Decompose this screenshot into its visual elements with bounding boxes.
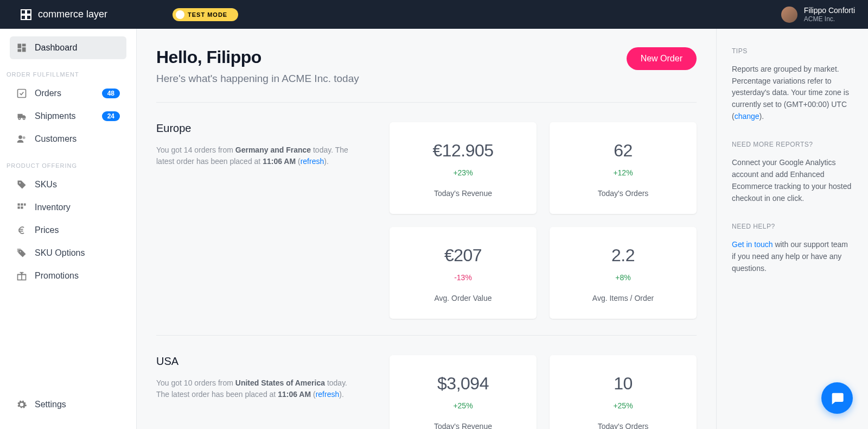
- sidebar-item-customers[interactable]: Customers: [10, 128, 126, 150]
- brand-logo[interactable]: commerce layer: [20, 8, 107, 21]
- svg-rect-7: [18, 49, 22, 52]
- svg-point-10: [23, 118, 25, 119]
- stat-card-items: 2.2 +8% Avg. Items / Order: [550, 227, 697, 319]
- stat-change: -13%: [400, 273, 526, 282]
- user-name: Filippo Conforti: [804, 6, 855, 15]
- stat-value: 62: [560, 141, 686, 161]
- sidebar-item-shipments[interactable]: Shipments 24: [10, 105, 126, 128]
- euro-icon: [16, 225, 27, 236]
- avatar: [781, 7, 797, 23]
- main-content: Hello, Filippo Here's what's happening i…: [137, 29, 716, 429]
- sidebar-item-label: Promotions: [35, 271, 120, 281]
- sidebar-item-label: SKU Options: [35, 248, 120, 258]
- sidebar-item-sku-options[interactable]: SKU Options: [10, 242, 126, 264]
- stat-card-revenue: €12.905 +23% Today's Revenue: [390, 122, 537, 214]
- svg-rect-0: [21, 10, 25, 14]
- sidebar-item-promotions[interactable]: Promotions: [10, 264, 126, 287]
- svg-rect-17: [18, 206, 20, 209]
- market-description: You got 14 orders from Germany and Franc…: [156, 144, 357, 167]
- svg-rect-2: [21, 15, 25, 20]
- sidebar-item-prices[interactable]: Prices: [10, 219, 126, 242]
- stat-label: Today's Orders: [560, 422, 686, 429]
- reports-heading: NEED MORE REPORTS?: [732, 141, 853, 148]
- orders-icon: [16, 88, 27, 99]
- svg-rect-8: [18, 90, 26, 98]
- new-order-button[interactable]: New Order: [627, 47, 697, 70]
- refresh-link[interactable]: refresh: [301, 157, 324, 166]
- customers-icon: [16, 134, 27, 144]
- svg-point-13: [19, 182, 21, 184]
- sidebar-item-inventory[interactable]: Inventory: [10, 196, 126, 219]
- svg-point-19: [20, 251, 21, 253]
- market-description: You got 10 orders from United States of …: [156, 377, 357, 400]
- logo-icon: [20, 8, 33, 21]
- orders-badge: 48: [102, 89, 120, 98]
- stat-card-revenue: $3,094 +25% Today's Revenue: [390, 355, 537, 429]
- user-menu[interactable]: Filippo Conforti ACME Inc.: [781, 6, 855, 23]
- svg-rect-1: [27, 10, 31, 14]
- stat-card-aov: €207 -13% Avg. Order Value: [390, 227, 537, 319]
- svg-rect-5: [22, 44, 26, 47]
- stat-change: +8%: [560, 273, 686, 282]
- stat-label: Today's Orders: [560, 189, 686, 198]
- shipments-icon: [16, 111, 27, 122]
- stat-card-orders: 62 +12% Today's Orders: [550, 122, 697, 214]
- sidebar-item-dashboard[interactable]: Dashboard: [10, 36, 126, 59]
- help-heading: NEED HELP?: [732, 223, 853, 230]
- user-org: ACME Inc.: [804, 15, 855, 23]
- sidebar-item-label: Prices: [35, 225, 120, 235]
- svg-rect-14: [18, 204, 20, 206]
- sidebar-item-label: Customers: [35, 134, 120, 144]
- page-title: Hello, Filippo: [156, 47, 359, 67]
- brand-name: commerce layer: [38, 9, 107, 20]
- tips-text: Reports are grouped by market. Percentag…: [732, 64, 853, 122]
- change-tz-link[interactable]: change: [735, 112, 760, 121]
- sidebar-item-orders[interactable]: Orders 48: [10, 82, 126, 105]
- shipments-badge: 24: [102, 111, 120, 121]
- get-in-touch-link[interactable]: Get in touch: [732, 240, 773, 249]
- topbar: commerce layer TEST MODE Filippo Confort…: [0, 0, 868, 29]
- stat-value: €12.905: [400, 141, 526, 161]
- tag-icon: [16, 179, 27, 190]
- sidebar-item-label: Inventory: [35, 203, 120, 212]
- svg-point-12: [23, 136, 25, 139]
- svg-rect-16: [24, 204, 25, 206]
- inventory-icon: [16, 202, 27, 213]
- page-subtitle: Here's what's happening in ACME Inc. tod…: [156, 73, 359, 85]
- sidebar-item-settings[interactable]: Settings: [10, 393, 126, 416]
- market-name: USA: [156, 355, 357, 368]
- stat-change: +23%: [400, 168, 526, 177]
- reports-text: Connect your Google Analytics account an…: [732, 157, 853, 204]
- stat-change: +25%: [560, 401, 686, 410]
- sidebar-item-label: Dashboard: [35, 43, 120, 53]
- test-mode-badge[interactable]: TEST MODE: [173, 8, 238, 21]
- help-text: Get in touch with our support team if yo…: [732, 239, 853, 274]
- tips-panel: TIPS Reports are grouped by market. Perc…: [716, 29, 868, 429]
- tips-heading: TIPS: [732, 47, 853, 55]
- svg-rect-6: [22, 47, 26, 52]
- sidebar-section-product: PRODUCT OFFERING: [0, 150, 136, 173]
- stat-value: 10: [560, 374, 686, 394]
- chat-button[interactable]: [821, 382, 853, 414]
- refresh-link[interactable]: refresh: [316, 390, 340, 399]
- stat-label: Avg. Items / Order: [560, 294, 686, 302]
- svg-rect-18: [21, 206, 23, 209]
- sidebar-item-label: Shipments: [35, 111, 94, 121]
- sidebar: Dashboard ORDER FULFILLMENT Orders 48 Sh…: [0, 29, 137, 429]
- stat-label: Avg. Order Value: [400, 294, 526, 302]
- gear-icon: [16, 399, 27, 410]
- dashboard-icon: [16, 42, 27, 53]
- sidebar-item-label: Settings: [35, 400, 120, 409]
- sidebar-item-skus[interactable]: SKUs: [10, 173, 126, 196]
- gift-icon: [16, 270, 27, 281]
- svg-rect-4: [18, 44, 22, 48]
- page-header: Hello, Filippo Here's what's happening i…: [156, 47, 697, 103]
- stat-value: $3,094: [400, 374, 526, 394]
- stat-label: Today's Revenue: [400, 422, 526, 429]
- market-name: Europe: [156, 122, 357, 135]
- sidebar-item-label: SKUs: [35, 180, 120, 190]
- stat-label: Today's Revenue: [400, 189, 526, 198]
- market-section-europe: Europe You got 14 orders from Germany an…: [156, 103, 697, 336]
- market-section-usa: USA You got 10 orders from United States…: [156, 336, 697, 429]
- stat-change: +25%: [400, 401, 526, 410]
